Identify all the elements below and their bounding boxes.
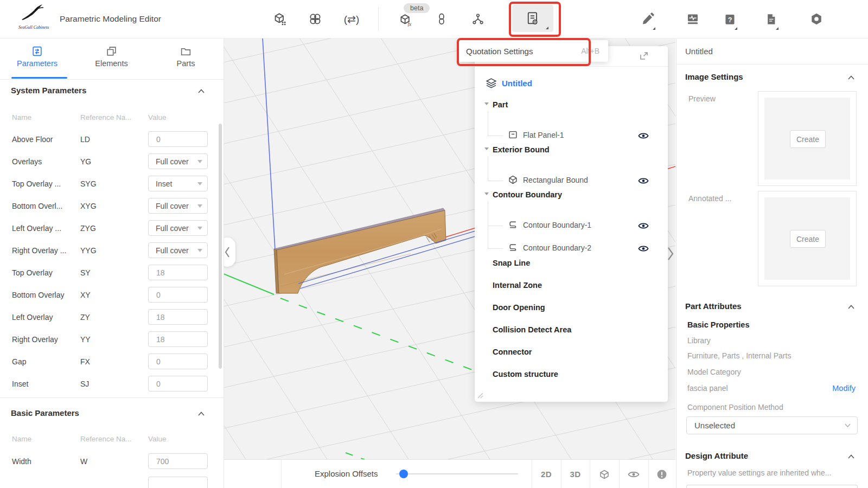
tree-collapse-icon[interactable] [484, 192, 489, 195]
image-settings-title[interactable]: Image Settings [685, 72, 743, 81]
param-value-select[interactable]: Inset [148, 176, 208, 191]
param-name: Inset [12, 376, 28, 392]
parameter-row: Overlays YG Full cover [0, 153, 224, 170]
tree-item-flat-panel[interactable]: Flat Panel-1 [508, 130, 564, 139]
param-value-input[interactable] [148, 331, 208, 347]
select-value: Full cover [156, 224, 189, 233]
param-value-input[interactable] [148, 309, 208, 325]
system-parameters-title[interactable]: System Parameters [11, 86, 86, 95]
preview-create-button[interactable]: Create [790, 130, 826, 148]
part-fascia-panel[interactable] [274, 208, 446, 293]
tree-group-connector[interactable]: Connector [493, 348, 532, 356]
tree-group-door-opening[interactable]: Door Opening [493, 303, 545, 312]
design-attribute-title[interactable]: Design Attribute [685, 451, 748, 460]
tree-item-label: Rectangular Bound [523, 176, 588, 184]
param-value-input[interactable] [148, 453, 208, 469]
part-attributes-title[interactable]: Part Attributes [685, 301, 742, 311]
tree-root[interactable]: Untitled [486, 78, 532, 89]
param-value-input[interactable] [148, 354, 208, 369]
contour-icon [508, 243, 518, 252]
param-value-input-partial[interactable] [148, 477, 208, 488]
swap-arrows-icon[interactable]: (⇄) [344, 12, 359, 26]
design-attribute-note: Property value settings are inherited wh… [687, 468, 863, 477]
left-panel-scrollbar[interactable] [219, 124, 222, 369]
share-nodes-icon[interactable] [471, 12, 485, 26]
annotated-create-button[interactable]: Create [790, 230, 826, 248]
tree-item-label: Contour Boundary-1 [523, 221, 591, 229]
column-name: Name [12, 113, 31, 121]
visibility-button[interactable] [619, 460, 648, 488]
tree-item-label: Contour Boundary-2 [523, 243, 591, 252]
tab-parts[interactable]: Parts [149, 46, 223, 68]
parameter-row: Inset SJ [0, 376, 224, 392]
param-ref: ZYG [80, 220, 96, 236]
tree-group-part[interactable]: Part [493, 100, 508, 109]
collapse-chevron-icon[interactable] [848, 305, 854, 309]
param-value-input[interactable] [148, 376, 208, 391]
eye-icon[interactable] [638, 222, 649, 230]
pencil-icon[interactable] [641, 12, 655, 26]
nut-icon[interactable] [809, 12, 824, 26]
svg-text:?: ? [727, 16, 732, 23]
parameter-row: Right Overlay ... YYG Full cover [0, 242, 224, 259]
tree-group-snap-line[interactable]: Snap Line [493, 259, 530, 267]
view-3d-button[interactable]: 3D [561, 460, 590, 488]
tree-item-contour-boundary-2[interactable]: Contour Boundary-2 [508, 243, 591, 252]
basic-parameters-title[interactable]: Basic Parameters [11, 408, 79, 418]
quotation-settings-button[interactable] [512, 5, 553, 32]
param-ref: FX [80, 354, 90, 370]
cube-fx-icon[interactable]: fx [399, 13, 413, 27]
tree-item-contour-boundary-1[interactable]: Contour Boundary-1 [508, 220, 591, 229]
parameter-row: Left Overlay ... ZYG Full cover [0, 220, 224, 236]
design-attribute-input-partial[interactable] [686, 485, 858, 488]
tab-parameters[interactable]: Parameters [0, 46, 74, 68]
expand-panel-icon[interactable] [639, 51, 649, 61]
monitor-pulse-icon[interactable] [686, 12, 700, 26]
explosion-slider-track[interactable] [396, 473, 518, 474]
param-value-input[interactable] [148, 265, 208, 280]
document-icon[interactable] [764, 12, 778, 26]
link-icon[interactable] [435, 12, 449, 26]
tree-group-internal-zone[interactable]: Internal Zone [493, 281, 542, 290]
tree-group-custom-structure[interactable]: Custom structure [493, 370, 558, 378]
parameter-row: Width W [0, 453, 224, 470]
tree-group-contour-boundary[interactable]: Contour Boundary [493, 190, 562, 199]
chevron-right-icon [666, 246, 675, 262]
param-value-select[interactable]: Full cover [148, 153, 208, 169]
bounding-box-button[interactable] [590, 460, 619, 488]
position-method-select[interactable]: Unselected [686, 416, 858, 434]
knot-icon[interactable] [308, 12, 322, 26]
param-value-input[interactable] [148, 131, 208, 147]
tree-group-exterior-bound[interactable]: Exterior Bound [493, 145, 550, 154]
tree-item-rectangular-bound[interactable]: Rectangular Bound [508, 175, 588, 184]
tree-group-collision-detect-area[interactable]: Collision Detect Area [493, 325, 571, 334]
tab-elements[interactable]: Elements [74, 46, 149, 68]
param-value-select[interactable]: Full cover [148, 242, 208, 258]
right-panel-title: Untitled [685, 47, 713, 56]
help-icon[interactable]: ? [723, 12, 737, 26]
view-2d-button[interactable]: 2D [532, 460, 561, 488]
collapse-right-panel-handle[interactable] [666, 246, 675, 264]
component-cube-icon[interactable] [273, 12, 287, 26]
param-value-select[interactable]: Full cover [148, 220, 208, 236]
eye-icon[interactable] [638, 177, 649, 185]
collapse-chevron-icon[interactable] [198, 89, 205, 93]
collapse-chevron-icon[interactable] [198, 412, 205, 416]
collapse-chevron-icon[interactable] [848, 75, 854, 80]
parameter-row: Right Overlay YY [0, 331, 224, 348]
structure-tab-indicator [503, 64, 575, 66]
seagull-logo-icon [18, 3, 49, 23]
modify-link[interactable]: Modify [832, 384, 856, 393]
param-value-input[interactable] [148, 287, 208, 303]
eye-icon[interactable] [638, 245, 649, 253]
tree-collapse-icon[interactable] [484, 147, 489, 150]
explosion-slider-handle[interactable] [399, 470, 408, 478]
collapse-chevron-icon[interactable] [848, 454, 854, 459]
tree-collapse-icon[interactable] [484, 102, 489, 105]
model-category-label: Model Category [687, 368, 741, 376]
warning-button[interactable] [648, 460, 675, 488]
eye-icon[interactable] [638, 132, 649, 140]
structure-panel: Untitled Part Flat Panel-1 Exterior Boun… [475, 46, 668, 402]
param-value-select[interactable]: Full cover [148, 198, 208, 214]
panel-resize-handle[interactable] [477, 392, 483, 399]
